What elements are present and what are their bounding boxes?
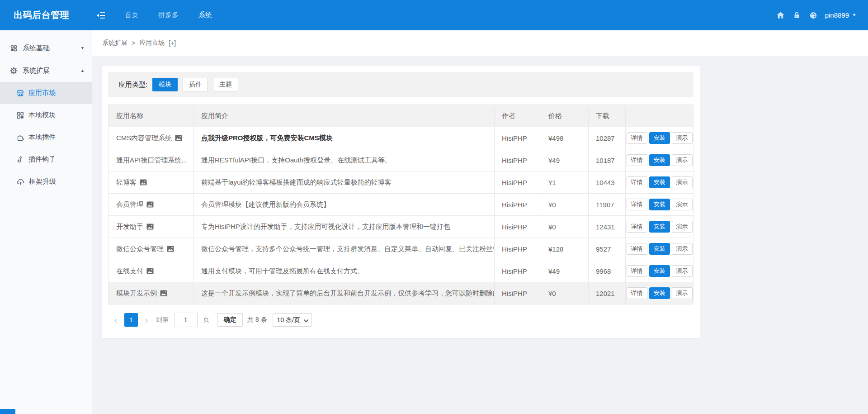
- demo-button[interactable]: 演示: [672, 132, 693, 144]
- goto-page-input[interactable]: [174, 313, 198, 327]
- install-button[interactable]: 安装: [649, 199, 670, 210]
- user-menu[interactable]: pin8899 ▼: [825, 11, 856, 19]
- app-name: 在线支付: [116, 267, 143, 276]
- table-row: 模块开发示例这是一个开发示例模块，实现了简单的后台开发和前台开发示例，仅供参考学…: [108, 282, 693, 305]
- install-button[interactable]: 安装: [649, 265, 670, 277]
- page-size-select[interactable]: 10 条/页: [273, 313, 312, 327]
- price-cell: ¥128: [541, 238, 589, 260]
- demo-button[interactable]: 演示: [672, 199, 693, 210]
- demo-button[interactable]: 演示: [672, 154, 693, 166]
- home-icon[interactable]: [773, 7, 789, 24]
- install-button[interactable]: 安装: [649, 154, 670, 166]
- sidebar-group-system-base[interactable]: 系统基础▼: [0, 37, 92, 59]
- install-button[interactable]: 安装: [649, 132, 670, 144]
- author-cell: HisiPHP: [495, 127, 541, 149]
- downloads-cell: 10287: [589, 127, 626, 149]
- image-icon: [146, 201, 154, 208]
- sidebar-group-label: 系统扩展: [23, 67, 50, 75]
- price-cell: ¥1: [541, 171, 589, 194]
- demo-button[interactable]: 演示: [672, 265, 693, 277]
- breadcrumb-parent[interactable]: 系统扩展: [102, 39, 127, 47]
- price-cell: ¥49: [541, 149, 589, 171]
- demo-button[interactable]: 演示: [672, 221, 693, 233]
- sidebar-item-framework-upgrade[interactable]: 框架升级: [0, 171, 92, 193]
- sidebar-item-local-plugins[interactable]: 本地插件: [0, 126, 92, 148]
- filter-module-button[interactable]: 模块: [152, 78, 178, 91]
- install-button[interactable]: 安装: [649, 221, 670, 233]
- plugin-hooks-icon: [17, 156, 24, 163]
- install-button[interactable]: 安装: [649, 243, 670, 255]
- sidebar-item-label: 框架升级: [29, 177, 56, 186]
- caret-up-icon: ▲: [80, 69, 85, 73]
- lock-icon[interactable]: [789, 7, 805, 24]
- column-header: 下载: [589, 105, 626, 127]
- sidebar-item-label: 应用市场: [28, 89, 56, 97]
- demo-button[interactable]: 演示: [672, 243, 693, 255]
- image-icon: [140, 179, 147, 186]
- sidebar-item-plugin-hooks[interactable]: 插件钩子: [0, 148, 92, 171]
- app-desc-cell: 专为HisiPHP设计的开发助手，支持应用可视化设计，支持应用版本管理和一键打包: [193, 216, 495, 238]
- sidebar-item-label: 插件钩子: [28, 155, 56, 164]
- image-icon: [175, 135, 182, 141]
- nav-item-system[interactable]: 系统: [189, 0, 222, 30]
- image-icon: [160, 290, 167, 296]
- install-button[interactable]: 安装: [649, 287, 670, 299]
- app-desc-text: 通用支付模块，可用于管理及拓展所有在线支付方式。: [201, 267, 364, 276]
- palette-icon[interactable]: [805, 7, 821, 24]
- nav-menu: 首页拼多多系统: [115, 0, 222, 30]
- detail-button[interactable]: 详情: [627, 287, 647, 299]
- app-desc-cell: 会员管理模块【建议使用新版的会员系统】: [193, 194, 495, 216]
- breadcrumb-separator: >: [132, 39, 135, 47]
- app-title: 出码后台管理: [0, 9, 93, 21]
- system-base-icon: [10, 44, 18, 52]
- sidebar-group-system-extend[interactable]: 系统扩展▲: [0, 59, 92, 82]
- app-desc-text: 微信公众号管理，支持多个公众号统一管理，支持群发消息、自定义菜单、自动回复、已关…: [201, 245, 495, 253]
- app-desc-text: 专为HisiPHP设计的开发助手，支持应用可视化设计，支持应用版本管理和一键打包: [201, 223, 450, 231]
- app-desc-cell: 前端基于layui的轻博客模板搭建而成的响应式轻量极简的轻博客: [193, 171, 495, 194]
- author-cell: HisiPHP: [495, 260, 541, 282]
- filter-plugin-button[interactable]: 插件: [183, 78, 208, 91]
- confirm-button[interactable]: 确定: [217, 313, 243, 327]
- install-button[interactable]: 安装: [649, 176, 670, 188]
- nav-item-home[interactable]: 首页: [115, 0, 148, 30]
- sidebar-item-app-market[interactable]: 应用市场: [0, 82, 92, 104]
- detail-button[interactable]: 详情: [627, 132, 647, 144]
- table-header-row: 应用名称应用简介作者价格下载: [108, 105, 693, 127]
- table-row: 微信公众号管理微信公众号管理，支持多个公众号统一管理，支持群发消息、自定义菜单、…: [108, 238, 693, 260]
- author-cell: HisiPHP: [495, 216, 541, 238]
- next-page-icon[interactable]: ›: [141, 313, 152, 327]
- local-modules-icon: [17, 112, 24, 119]
- detail-button[interactable]: 详情: [627, 243, 647, 255]
- demo-button[interactable]: 演示: [672, 287, 693, 299]
- sidebar-toggle-icon[interactable]: [93, 8, 108, 23]
- author-cell: HisiPHP: [495, 282, 541, 305]
- detail-button[interactable]: 详情: [627, 265, 647, 277]
- upgrade-link[interactable]: 点我升级PRO授权版: [201, 134, 264, 143]
- actions-cell: 详情安装演示: [626, 238, 693, 260]
- table-row: 通用API接口管理系统...通用RESTfulAPI接口，支持Oauth授权登录…: [108, 149, 693, 171]
- sidebar-item-local-modules[interactable]: 本地模块: [0, 104, 92, 126]
- app-desc-text: 这是一个开发示例模块，实现了简单的后台开发和前台开发示例，仅供参考学习，您可以随…: [201, 289, 495, 298]
- breadcrumb-add-tab[interactable]: [+]: [169, 39, 176, 47]
- nav-item-pinduoduo[interactable]: 拼多多: [148, 0, 189, 30]
- image-icon: [146, 224, 154, 230]
- detail-button[interactable]: 详情: [627, 199, 647, 210]
- detail-button[interactable]: 详情: [627, 176, 647, 188]
- app-name: 通用API接口管理系统...: [116, 156, 187, 165]
- filter-theme-button[interactable]: 主题: [213, 78, 238, 91]
- table-body: CMS内容管理系统点我升级PRO授权版，可免费安装CMS模块HisiPHP¥49…: [108, 127, 693, 305]
- price-cell: ¥0: [541, 216, 589, 238]
- demo-button[interactable]: 演示: [672, 176, 693, 188]
- price-cell: ¥0: [541, 282, 589, 305]
- detail-button[interactable]: 详情: [627, 154, 647, 166]
- breadcrumb-current: 应用市场: [139, 39, 165, 47]
- current-page-button[interactable]: 1: [124, 313, 138, 327]
- app-name-cell: 微信公众号管理: [108, 238, 193, 260]
- prev-page-icon[interactable]: ‹: [110, 313, 122, 327]
- detail-button[interactable]: 详情: [627, 221, 647, 233]
- app-desc-cell: 点我升级PRO授权版，可免费安装CMS模块: [193, 127, 495, 149]
- author-cell: HisiPHP: [495, 149, 541, 171]
- horizontal-scrollbar-thumb[interactable]: [0, 409, 15, 414]
- downloads-cell: 11907: [589, 194, 626, 216]
- system-extend-icon: [10, 67, 18, 75]
